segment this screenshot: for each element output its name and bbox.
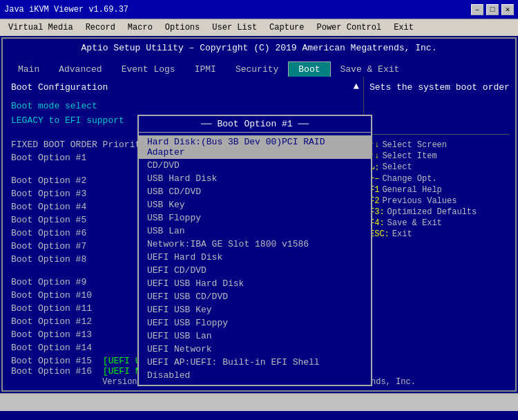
menu-user-list[interactable]: User List bbox=[207, 21, 262, 34]
dropdown-item-3[interactable]: USB CD/DVD bbox=[139, 185, 371, 198]
dropdown-item-0[interactable]: Hard Disk:(Bus 3B Dev 00)PCI RAID Adapte… bbox=[139, 135, 371, 159]
bios-nav: Main Advanced Event Logs IPMI Security B… bbox=[3, 57, 515, 77]
dropdown-list: Hard Disk:(Bus 3B Dev 00)PCI RAID Adapte… bbox=[139, 133, 371, 385]
menu-power-control[interactable]: Power Control bbox=[311, 21, 387, 34]
help-key-select: ↵: Select bbox=[370, 162, 510, 173]
dropdown-item-16[interactable]: UEFI AP:UEFI: Built-in EFI Shell bbox=[139, 356, 371, 369]
window-controls[interactable]: – □ ✕ bbox=[471, 4, 514, 15]
bios-left-panel: ▲ Boot Configuration Boot mode select LE… bbox=[3, 77, 363, 374]
menu-capture[interactable]: Capture bbox=[264, 21, 309, 34]
window-title: Java iKVM Viewer v1.69.37 bbox=[4, 5, 128, 15]
nav-event-logs[interactable]: Event Logs bbox=[112, 62, 185, 77]
dropdown-item-1[interactable]: CD/DVD bbox=[139, 159, 371, 172]
dropdown-item-14[interactable]: UEFI USB Lan bbox=[139, 330, 371, 343]
dropdown-item-13[interactable]: UEFI USB Floppy bbox=[139, 316, 371, 330]
maximize-button[interactable]: □ bbox=[486, 4, 499, 15]
menu-exit[interactable]: Exit bbox=[388, 21, 419, 34]
dropdown-item-11[interactable]: UEFI USB CD/DVD bbox=[139, 290, 371, 303]
scroll-up-arrow[interactable]: ▲ bbox=[354, 81, 359, 92]
dropdown-item-7[interactable]: Network:IBA GE Slot 1800 v1586 bbox=[139, 238, 371, 251]
nav-boot[interactable]: Boot bbox=[288, 61, 330, 77]
dropdown-item-2[interactable]: USB Hard Disk bbox=[139, 172, 371, 185]
help-keys: ↑↓ Select Screen ↑↓ Select Item ↵: Selec… bbox=[370, 140, 510, 239]
boot-option-15[interactable]: Boot Option #15 bbox=[11, 356, 92, 366]
title-bar: Java iKVM Viewer v1.69.37 – □ ✕ bbox=[0, 0, 518, 19]
status-bar bbox=[0, 393, 518, 411]
dropdown-item-9[interactable]: UEFI CD/DVD bbox=[139, 264, 371, 277]
help-key-f4: F4: Save & Exit bbox=[370, 218, 510, 228]
nav-main[interactable]: Main bbox=[8, 62, 49, 77]
help-text: Sets the system boot order bbox=[370, 82, 510, 93]
help-key-select-item: ↑↓ Select Item bbox=[370, 151, 510, 161]
dropdown-item-4[interactable]: USB Key bbox=[139, 198, 371, 211]
help-key-esc: ESC: Exit bbox=[370, 229, 510, 239]
help-key-f2: F2 Previous Values bbox=[370, 196, 510, 206]
nav-advanced[interactable]: Advanced bbox=[49, 62, 111, 77]
dropdown-item-15[interactable]: UEFI Network bbox=[139, 343, 371, 356]
menu-options[interactable]: Options bbox=[160, 21, 205, 34]
dropdown-item-8[interactable]: UEFI Hard Disk bbox=[139, 251, 371, 264]
minimize-button[interactable]: – bbox=[471, 4, 483, 15]
nav-save-exit[interactable]: Save & Exit bbox=[331, 62, 410, 77]
close-button[interactable]: ✕ bbox=[501, 4, 514, 15]
boot-option-16[interactable]: Boot Option #16 bbox=[11, 366, 92, 376]
dropdown-item-5[interactable]: USB Floppy bbox=[139, 211, 371, 225]
boot-mode-select[interactable]: Boot mode select bbox=[11, 101, 355, 111]
menu-record[interactable]: Record bbox=[80, 21, 121, 34]
boot-config-title: Boot Configuration bbox=[11, 82, 355, 93]
help-key-change: +– Change Opt. bbox=[370, 174, 510, 184]
help-key-f1: F1 General Help bbox=[370, 185, 510, 195]
dropdown-item-10[interactable]: UEFI USB Hard Disk bbox=[139, 277, 371, 290]
help-key-select-screen: ↑↓ Select Screen bbox=[370, 140, 510, 150]
menu-bar: Virtual Media Record Macro Options User … bbox=[0, 19, 518, 36]
dropdown-item-17[interactable]: Disabled bbox=[139, 369, 371, 382]
nav-ipmi[interactable]: IPMI bbox=[185, 62, 226, 77]
bios-right-panel: Sets the system boot order ↑↓ Select Scr… bbox=[363, 77, 515, 374]
bios-content: ▲ Boot Configuration Boot mode select LE… bbox=[3, 77, 515, 374]
menu-macro[interactable]: Macro bbox=[122, 21, 158, 34]
boot-option-dropdown: ── Boot Option #1 ── Hard Disk:(Bus 3B D… bbox=[137, 115, 372, 386]
help-key-f3: F3: Optimized Defaults bbox=[370, 207, 510, 217]
menu-virtual-media[interactable]: Virtual Media bbox=[3, 21, 79, 34]
dropdown-item-6[interactable]: USB Lan bbox=[139, 225, 371, 238]
nav-security[interactable]: Security bbox=[226, 62, 288, 77]
bios-header: Aptio Setup Utility – Copyright (C) 2019… bbox=[3, 39, 515, 57]
dropdown-item-12[interactable]: UEFI USB Key bbox=[139, 303, 371, 316]
dropdown-title: ── Boot Option #1 ── bbox=[139, 116, 371, 133]
